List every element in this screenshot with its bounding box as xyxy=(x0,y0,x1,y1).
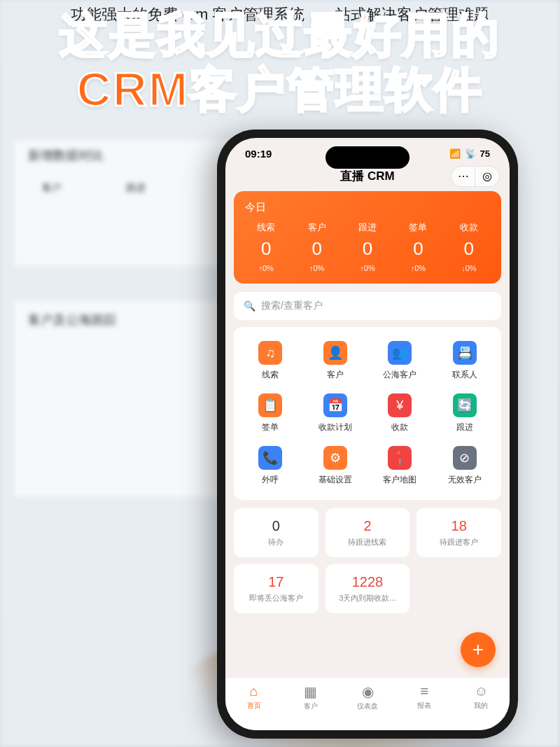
stat-客户[interactable]: 客户 0 ↑0% xyxy=(291,221,342,272)
bg-section-title: 新增数据对比 xyxy=(28,147,104,164)
grid-icon: 🔄 xyxy=(453,393,477,417)
bg-section2-title: 客户及公海跟踪 xyxy=(28,312,116,328)
grid-icon: ⚙ xyxy=(323,446,347,470)
tab-icon: ◉ xyxy=(339,683,396,700)
grid-item-线索[interactable]: ♫ 线索 xyxy=(238,337,303,389)
grid-item-签单[interactable]: 📋 签单 xyxy=(238,389,303,442)
bg-col2: 跟进 xyxy=(126,182,146,195)
stat-change: ↑0% xyxy=(241,264,291,272)
stat-label: 线索 xyxy=(241,221,291,234)
tab-报表[interactable]: ≡ 报表 xyxy=(396,683,453,730)
grid-item-联系人[interactable]: 📇 联系人 xyxy=(433,337,498,389)
tab-icon: ≡ xyxy=(396,683,453,699)
grid-label: 收款 xyxy=(368,421,433,433)
grid-label: 基础设置 xyxy=(303,474,368,486)
stat-change: ↓0% xyxy=(444,264,494,272)
today-stats-card: 今日 线索 0 ↑0%客户 0 ↑0%跟进 0 ↑0%签单 0 ↑0%收款 0 … xyxy=(234,191,501,284)
stat-change: ↑0% xyxy=(291,264,342,272)
tab-icon: ⌂ xyxy=(225,683,282,699)
tile-value: 2 xyxy=(330,518,406,534)
grid-item-跟进[interactable]: 🔄 跟进 xyxy=(433,389,498,442)
tab-仪表盘[interactable]: ◉ 仪表盘 xyxy=(339,683,396,730)
tab-客户[interactable]: ▦ 客户 xyxy=(282,683,339,730)
phone-notch xyxy=(326,146,410,169)
stat-线索[interactable]: 线索 0 ↑0% xyxy=(241,221,291,272)
more-icon[interactable]: ⋯ xyxy=(451,167,475,186)
tile-待跟进客户[interactable]: 18 待跟进客户 xyxy=(416,508,501,557)
tile-value: 18 xyxy=(421,518,497,534)
stat-label: 客户 xyxy=(291,221,342,234)
grid-item-客户[interactable]: 👤 客户 xyxy=(303,337,368,389)
search-placeholder: 搜索/查重客户 xyxy=(261,300,323,312)
grid-item-收款[interactable]: ¥ 收款 xyxy=(368,389,433,442)
grid-label: 签单 xyxy=(238,421,303,433)
hero-text: 这是我见过最好用的 CRM客户管理软件 xyxy=(0,7,560,116)
tile-3天内到期收款...[interactable]: 1228 3天内到期收款... xyxy=(326,564,410,613)
tab-label: 仪表盘 xyxy=(339,701,396,711)
tile-label: 即将丢公海客户 xyxy=(238,593,314,603)
stat-change: ↑0% xyxy=(342,264,393,272)
todo-tiles: 0 待办2 待跟进线索18 待跟进客户17 即将丢公海客户1228 3天内到期收… xyxy=(234,508,501,613)
grid-item-收款计划[interactable]: 📅 收款计划 xyxy=(303,389,368,442)
grid-item-无效客户[interactable]: ⊘ 无效客户 xyxy=(433,442,498,494)
tile-label: 待跟进客户 xyxy=(421,537,497,547)
stat-value: 0 xyxy=(444,238,494,260)
battery-level: 75 xyxy=(480,148,490,159)
grid-icon: 📅 xyxy=(323,393,347,417)
grid-label: 线索 xyxy=(238,369,303,381)
app-title: 直播 CRM xyxy=(340,168,394,184)
grid-label: 收款计划 xyxy=(303,421,368,433)
grid-label: 外呼 xyxy=(238,474,303,486)
status-time: 09:19 xyxy=(245,148,272,160)
wifi-icon: 📡 xyxy=(465,148,476,159)
tile-label: 待跟进线索 xyxy=(330,537,406,547)
grid-item-外呼[interactable]: 📞 外呼 xyxy=(238,442,303,494)
tab-label: 客户 xyxy=(282,701,339,711)
grid-item-基础设置[interactable]: ⚙ 基础设置 xyxy=(303,442,368,494)
tile-待办[interactable]: 0 待办 xyxy=(234,508,318,557)
stat-label: 签单 xyxy=(393,221,443,234)
grid-label: 联系人 xyxy=(433,369,498,381)
grid-icon: 📇 xyxy=(453,341,477,365)
tab-icon: ☺ xyxy=(453,683,510,699)
tab-icon: ▦ xyxy=(282,683,339,700)
tile-待跟进线索[interactable]: 2 待跟进线索 xyxy=(326,508,410,557)
stat-change: ↑0% xyxy=(393,264,443,272)
feature-grid: ♫ 线索👤 客户👥 公海客户📇 联系人📋 签单📅 收款计划¥ 收款🔄 跟进📞 外… xyxy=(234,327,501,500)
grid-icon: 📞 xyxy=(258,446,282,470)
grid-icon: 📋 xyxy=(258,393,282,417)
grid-label: 跟进 xyxy=(433,421,498,433)
grid-label: 公海客户 xyxy=(368,369,433,381)
stat-跟进[interactable]: 跟进 0 ↑0% xyxy=(342,221,393,272)
tile-value: 17 xyxy=(238,574,314,590)
stat-label: 跟进 xyxy=(342,221,393,234)
tab-首页[interactable]: ⌂ 首页 xyxy=(225,683,282,730)
tab-label: 首页 xyxy=(225,701,282,711)
stat-收款[interactable]: 收款 0 ↓0% xyxy=(444,221,494,272)
stat-签单[interactable]: 签单 0 ↑0% xyxy=(393,221,443,272)
grid-item-公海客户[interactable]: 👥 公海客户 xyxy=(368,337,433,389)
grid-label: 客户地图 xyxy=(368,474,433,486)
miniprogram-actions: ⋯ ◎ xyxy=(451,166,500,187)
stat-value: 0 xyxy=(342,238,393,260)
phone-frame: 09:19 📶 📡 75 直播 CRM ⋯ ◎ 今日 线索 0 ↑0%客户 0 … xyxy=(217,130,518,739)
close-icon[interactable]: ◎ xyxy=(475,167,499,186)
add-button[interactable]: + xyxy=(461,632,496,667)
tile-label: 3天内到期收款... xyxy=(330,593,406,603)
grid-icon: 👥 xyxy=(388,341,412,365)
tab-label: 我的 xyxy=(453,701,510,711)
tile-value: 0 xyxy=(238,518,314,534)
stat-value: 0 xyxy=(393,238,443,260)
grid-label: 客户 xyxy=(303,369,368,381)
grid-icon: ¥ xyxy=(388,393,412,417)
grid-label: 无效客户 xyxy=(433,474,498,486)
search-input[interactable]: 🔍 搜索/查重客户 xyxy=(234,292,501,320)
tile-即将丢公海客户[interactable]: 17 即将丢公海客户 xyxy=(234,564,318,613)
today-label: 今日 xyxy=(245,201,494,214)
tab-我的[interactable]: ☺ 我的 xyxy=(453,683,510,730)
grid-item-客户地图[interactable]: 📍 客户地图 xyxy=(368,442,433,494)
stat-value: 0 xyxy=(291,238,342,260)
search-icon: 🔍 xyxy=(244,300,255,312)
tile-label: 待办 xyxy=(238,537,314,547)
tile-value: 1228 xyxy=(330,574,406,590)
